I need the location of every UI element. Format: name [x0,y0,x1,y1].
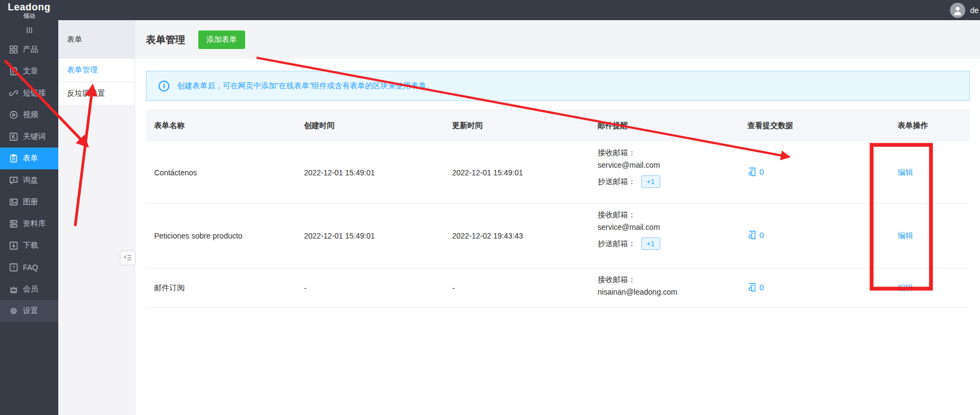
submission-count: 0 [759,230,764,240]
sidebar-item-label: 图册 [23,197,38,207]
form-actions-cell: 编辑 [890,142,970,204]
edit-link[interactable]: 编辑 [898,231,913,240]
products-icon [9,45,18,54]
sidebar-item-inquiries[interactable]: ¥ 询盘 [0,169,58,191]
sidebar-item-shortlinks[interactable]: 短链接 [0,82,58,104]
secondary-sidebar: 表单 表单管理 反垃圾设置 [58,20,135,415]
sidebar-item-products[interactable]: 产品 [0,39,58,60]
album-icon [9,198,18,206]
sidebar-item-label: 询盘 [23,175,38,185]
keywords-icon [9,132,18,141]
edit-link[interactable]: 编辑 [898,283,913,292]
sidebar-item-label: 关键词 [23,132,46,142]
col-form-actions: 表单操作 [890,109,970,142]
svg-text:?: ? [12,265,15,270]
sidebar-item-keywords[interactable]: 关键词 [0,126,58,148]
user-name[interactable]: de [970,6,980,15]
cc-mail-label: 抄送邮箱： [598,239,636,249]
submissions-doc-search-icon [747,230,757,240]
view-submissions-link[interactable]: 0 [747,283,764,292]
col-updated-time: 更新时间 [444,109,589,142]
forms-icon [9,154,18,163]
panel-collapse-button[interactable] [120,251,136,265]
receive-mail-label: 接收邮箱： [598,147,739,159]
table-header-row: 表单名称 创建时间 更新时间 邮件提醒 查看提交数据 表单操作 [146,109,970,142]
sidebar-item-library[interactable]: 资料库 [0,213,58,235]
shortlink-icon [9,89,18,97]
edit-link[interactable]: 编辑 [898,168,913,176]
sidebar-item-label: 产品 [23,45,38,54]
table-row: Peticiones sobre producto 2022-12-01 15:… [146,204,970,268]
mail-notify-cell: 接收邮箱： nisainan@leadong.com [589,268,739,308]
mail-notify-cell: 接收邮箱： service@mail.com 抄送邮箱： +1 [589,142,739,204]
updated-time: 2022-12-02 19:43:43 [444,204,589,268]
info-banner-text: 创建表单后，可在网页中添加“在线表单”组件或含有表单的区块来使用表单。 [177,81,434,91]
receive-mail-label: 接收邮箱： [598,273,739,286]
form-name: 邮件订阅 [146,268,296,308]
leadong-logo: Leadong 领动 [0,1,58,19]
sidebar-item-settings[interactable]: 设置 [0,300,58,322]
page-header-strip: 表单管理 添加表单 [135,20,980,59]
col-view-submissions: 查看提交数据 [739,109,890,142]
library-icon [9,219,18,228]
col-mail-notify: 邮件提醒 [589,109,739,142]
col-form-name: 表单名称 [146,109,296,142]
inquiry-icon: ¥ [9,176,18,185]
view-submissions-cell: 0 [739,142,890,204]
settings-icon [9,307,18,315]
user-menu[interactable]: de [950,3,980,18]
info-icon: i [159,81,169,91]
table-row: Contáctenos 2022-12-01 15:49:01 2022-12-… [146,142,970,204]
submission-count: 0 [759,283,764,292]
table-row: 邮件订阅 - - 接收邮箱： nisainan@leadong.com 0 编辑 [146,268,970,308]
sidebar-item-faq[interactable]: ? FAQ [0,257,58,278]
created-time: - [296,268,444,308]
sidebar-item-label: 设置 [23,306,38,316]
submission-count: 0 [759,167,764,176]
sidebar-item-albums[interactable]: 图册 [0,191,58,213]
sidebar-item-label: 视频 [23,110,38,120]
receive-mail-value: nisainan@leadong.com [598,286,739,298]
created-time: 2022-12-01 15:49:01 [296,204,444,268]
updated-time: 2022-12-01 15:49:01 [444,142,589,204]
submissions-doc-search-icon [747,283,757,292]
sidebar-item-videos[interactable]: 视频 [0,104,58,126]
sidebar-item-label: 表单 [23,154,38,163]
subsidebar-item-antispam-settings[interactable]: 反垃圾设置 [58,82,135,106]
subsidebar-item-form-management[interactable]: 表单管理 [58,59,135,82]
sidebar-item-label: FAQ [23,263,38,272]
sidebar-item-label: 下载 [23,241,38,251]
form-actions-cell: 编辑 [890,204,970,268]
sidebar-item-downloads[interactable]: 下载 [0,235,58,257]
logo-text-cn: 领动 [0,13,58,19]
svg-text:¥: ¥ [13,178,15,182]
sidebar-item-label: 会员 [23,284,38,294]
download-icon [9,241,18,250]
view-submissions-link[interactable]: 0 [747,167,764,176]
form-name: Contáctenos [146,142,296,204]
main-content: 表单管理 添加表单 i 创建表单后，可在网页中添加“在线表单”组件或含有表单的区… [135,20,980,415]
cc-count-badge[interactable]: +1 [641,237,660,250]
sidebar-collapse-icon[interactable] [0,23,58,36]
form-name: Peticiones sobre producto [146,204,296,268]
secondary-sidebar-title: 表单 [58,20,135,59]
main-sidebar: 产品 文章 短链接 视频 关键词 表单 ¥ 询盘 图册 资料库 下载 ? FAQ [0,20,58,415]
view-submissions-link[interactable]: 0 [747,230,764,240]
cc-count-badge[interactable]: +1 [641,175,660,188]
receive-mail-label: 接收邮箱： [598,209,739,221]
sidebar-item-articles[interactable]: 文章 [0,60,58,82]
add-form-button[interactable]: 添加表单 [198,30,245,49]
view-submissions-cell: 0 [739,204,890,268]
submissions-doc-search-icon [747,167,757,176]
receive-mail-value: service@mail.com [598,159,739,172]
col-created-time: 创建时间 [296,109,444,142]
sidebar-item-members[interactable]: 会员 [0,278,58,300]
updated-time: - [444,268,589,308]
sidebar-item-forms[interactable]: 表单 [0,148,58,169]
user-avatar-icon[interactable] [950,3,965,18]
sidebar-item-label: 短链接 [23,88,46,98]
articles-icon [9,67,18,76]
cc-mail-label: 抄送邮箱： [598,177,636,187]
sidebar-item-label: 文章 [23,66,38,76]
sidebar-item-label: 资料库 [23,219,46,229]
